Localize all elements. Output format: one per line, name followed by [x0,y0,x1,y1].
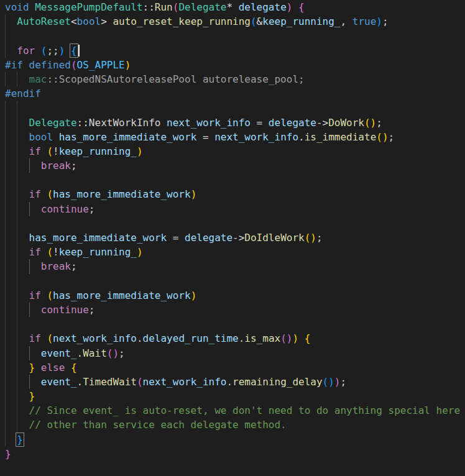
code-line[interactable] [0,29,465,43]
code-line[interactable] [0,173,465,187]
code-token: () [305,232,316,244]
code-line[interactable]: // Since event_ is auto-reset, we don't … [0,403,465,418]
code-token: break [41,160,71,172]
indent-guide [5,274,6,288]
indent-guide [17,274,17,288]
code-line[interactable]: if (!keep_running_) [0,144,465,158]
indent-guide [17,72,17,86]
code-token: & [257,16,263,27]
code-token: ( [41,45,47,57]
code-token [35,45,41,57]
code-line[interactable]: if (has_more_immediate_work) [0,187,465,201]
code-line[interactable]: break; [0,158,465,173]
code-token: () [323,376,334,388]
code-line[interactable]: if (!keep_running_) [0,245,465,259]
indent-guide [17,389,17,403]
indent-guide [29,202,30,216]
indent-guide [5,259,6,273]
indent-guide [5,433,6,447]
code-token [41,145,47,157]
code-token: ; [340,376,346,388]
code-token: ; [89,203,95,215]
code-token: -> [233,232,244,244]
code-token: bool [77,16,101,27]
code-token: if [29,290,41,301]
code-token [5,160,41,172]
code-token: ; [71,160,77,172]
code-line[interactable]: event_.Wait(); [0,346,465,360]
code-token: } [29,362,35,373]
code-token: . [239,332,245,344]
code-line[interactable] [0,274,465,288]
code-token [5,347,41,359]
code-token: ) [376,16,382,27]
code-line[interactable] [0,216,465,231]
code-token: = [196,131,214,143]
code-token: ) [137,246,143,258]
indent-guide [29,158,30,173]
indent-guide [17,331,17,346]
code-token: * [226,1,238,13]
code-token [65,362,71,373]
indent-guide [17,216,17,231]
code-token [41,290,47,301]
code-token: #if defined [5,59,71,71]
code-line[interactable] [0,317,465,331]
code-token: if [29,188,41,200]
code-line[interactable]: } [0,433,465,447]
code-line[interactable]: if (has_more_immediate_work) [0,288,465,303]
indent-guide [17,346,17,360]
code-line[interactable]: continue; [0,202,465,216]
code-token: if [29,145,41,157]
code-token: for [17,45,35,57]
code-token [29,1,35,13]
code-token [41,332,47,344]
code-line[interactable]: event_.TimedWait(next_work_info.remainin… [0,375,465,389]
code-line[interactable]: void MessagePumpDefault::Run(Delegate* d… [0,0,465,14]
code-token: ( [173,1,179,13]
code-line[interactable]: } else { [0,360,465,375]
code-token: next_work_info [143,376,227,388]
code-line[interactable]: #if defined(OS_APPLE) [0,58,465,72]
code-token: ; [119,347,125,359]
code-token [5,376,41,388]
code-token: event_ [41,376,77,388]
code-token: DoIdleWork [244,232,304,244]
code-line[interactable]: break; [0,259,465,273]
code-line[interactable]: mac::ScopedNSAutoreleasePool autorelease… [0,72,465,86]
indent-guide [5,158,6,173]
code-line[interactable]: if (next_work_info.delayed_run_time.is_m… [0,331,465,346]
code-token: ) [59,45,65,57]
code-line[interactable]: for (;;) { [0,43,465,58]
code-token: ::ScopedNSAutoreleasePool autorelease_po… [47,73,304,85]
code-line[interactable]: #endif [0,86,465,101]
code-line[interactable]: } [0,447,465,461]
code-token [298,332,305,344]
code-token: ::NextWorkInfo [77,117,167,129]
code-token: mac [29,73,47,85]
indent-guide [17,101,17,115]
indent-guide [17,116,17,130]
code-line[interactable]: continue; [0,303,465,317]
code-line[interactable]: AutoReset<bool> auto_reset_keep_running(… [0,14,465,29]
code-line[interactable]: bool has_more_immediate_work = next_work… [0,130,465,144]
indent-guide [29,259,30,273]
code-token: ; [376,117,382,129]
code-token: < [71,16,77,27]
matched-bracket: } [17,434,23,446]
indent-guide [29,375,30,389]
code-token: ( [137,376,143,388]
code-editor[interactable]: void MessagePumpDefault::Run(Delegate* d… [0,0,465,476]
code-line[interactable]: Delegate::NextWorkInfo next_work_info = … [0,116,465,130]
indent-guide [5,389,6,403]
indent-guide [17,375,17,389]
code-line[interactable]: } [0,389,465,403]
code-token: delegate [269,117,316,129]
indent-guide [17,303,17,317]
code-token: . [226,376,233,388]
code-token: () [364,117,376,129]
indent-guide [5,187,6,201]
code-line[interactable]: has_more_immediate_work = delegate->DoId… [0,231,465,245]
code-line[interactable] [0,101,465,115]
code-line[interactable]: // other than service each delegate meth… [0,418,465,432]
